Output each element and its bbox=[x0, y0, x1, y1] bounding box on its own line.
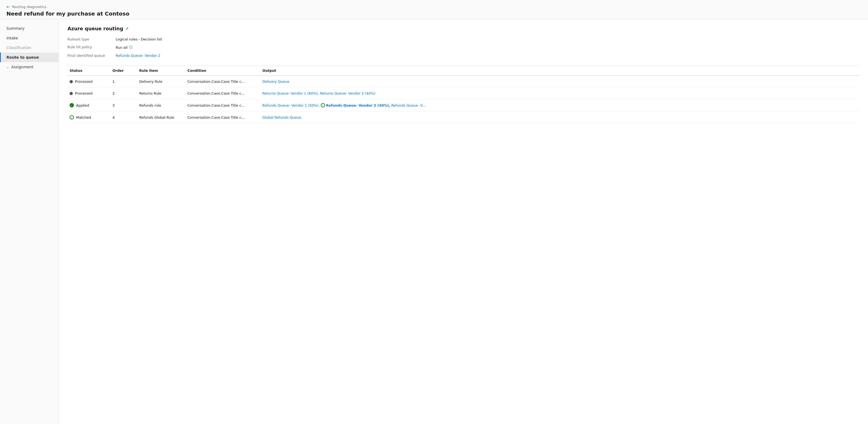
sidebar-item-summary[interactable]: Summary bbox=[0, 24, 59, 33]
row3-rule-item: Refunds rule bbox=[137, 103, 185, 108]
sidebar-item-route-to-queue[interactable]: Route to queue bbox=[0, 53, 59, 62]
sidebar: Summary Intake Classification Route to q… bbox=[0, 19, 59, 424]
sidebar-item-intake-label: Intake bbox=[6, 36, 18, 40]
row3-condition: Conversation.Case.Case Title c... bbox=[185, 103, 260, 108]
table-header: Status Order Rule item Condition Output bbox=[67, 66, 860, 76]
sidebar-item-assignment-label: Assignment bbox=[11, 65, 33, 69]
row1-condition: Conversation.Case.Case Title c... bbox=[185, 80, 260, 84]
routing-table: Status Order Rule item Condition Output … bbox=[67, 66, 860, 123]
row2-order: 2 bbox=[110, 91, 137, 95]
row2-output-link1[interactable]: Returns Queue- Vendor 1 (60%), bbox=[262, 91, 319, 95]
rule-hit-policy-value: Run all ⓘ bbox=[116, 44, 860, 50]
row1-status-label: Processed bbox=[75, 80, 93, 84]
table-row: Processed 1 Delivery Rule Conversation.C… bbox=[67, 76, 860, 88]
breadcrumb-text: Routing diagnostics bbox=[12, 5, 46, 9]
row4-condition: Conversation.Case.Case Title c... bbox=[185, 116, 260, 119]
chevron-down-icon: ⌄ bbox=[6, 65, 9, 69]
info-icon[interactable]: ⓘ bbox=[129, 45, 132, 50]
rule-hit-policy-text: Run all bbox=[116, 46, 127, 50]
metadata-grid: Ruleset type Logical rules - Decision li… bbox=[67, 37, 860, 58]
col-rule-item: Rule item bbox=[137, 68, 185, 72]
col-status: Status bbox=[67, 68, 110, 72]
processed-dot-icon bbox=[70, 80, 73, 83]
processed-dot-icon bbox=[70, 92, 73, 95]
col-order: Order bbox=[110, 68, 137, 72]
matched-check-icon: ✓ bbox=[70, 115, 74, 119]
row1-status: Processed bbox=[67, 80, 110, 84]
final-queue-label: Final identified queue bbox=[67, 53, 116, 58]
row1-order: 1 bbox=[110, 80, 137, 84]
sidebar-item-classification: Classification bbox=[0, 43, 59, 53]
sidebar-item-assignment[interactable]: ⌄ Assignment bbox=[0, 62, 59, 72]
main-layout: Summary Intake Classification Route to q… bbox=[0, 19, 868, 424]
row3-output-link2[interactable]: Refunds Queue- Vendor 2 (30%), bbox=[326, 103, 390, 108]
sidebar-item-classification-label: Classification bbox=[6, 46, 31, 50]
row3-output-check-icon: ✓ bbox=[321, 103, 325, 108]
row4-output-link1[interactable]: Global Refunds Queue bbox=[262, 116, 301, 119]
row4-output: Global Refunds Queue bbox=[260, 116, 860, 119]
row3-output-link3[interactable]: Refunds Queue- V... bbox=[391, 103, 426, 108]
row2-status-label: Processed bbox=[75, 91, 93, 95]
col-condition: Condition bbox=[185, 68, 260, 72]
row1-rule-item: Delivery Rule bbox=[137, 80, 185, 84]
row1-output-link[interactable]: Delivery Queue bbox=[262, 80, 289, 84]
back-button[interactable]: ← bbox=[6, 4, 10, 9]
row2-output-link2[interactable]: Returns Queue- Vendor 2 (40%) bbox=[320, 91, 375, 95]
sidebar-item-route-to-queue-label: Route to queue bbox=[6, 55, 39, 59]
row3-output-link1[interactable]: Refunds Queue- Vendor 1 (50%), bbox=[262, 103, 320, 108]
page-title: Need refund for my purchase at Contoso bbox=[6, 10, 862, 17]
breadcrumb: ← Routing diagnostics bbox=[6, 4, 862, 9]
row3-status: ✓ Applied bbox=[67, 103, 110, 108]
row2-status: Processed bbox=[67, 91, 110, 95]
row4-status: ✓ Matched bbox=[67, 115, 110, 119]
row2-condition: Conversation.Case.Case Title c... bbox=[185, 91, 260, 95]
header: ← Routing diagnostics Need refund for my… bbox=[0, 0, 868, 19]
row4-order: 4 bbox=[110, 116, 137, 119]
row4-rule-item: Refunds Global Rule bbox=[137, 116, 185, 119]
sidebar-item-intake[interactable]: Intake bbox=[0, 33, 59, 43]
table-row: ✓ Applied 3 Refunds rule Conversation.Ca… bbox=[67, 99, 860, 112]
row2-rule-item: Returns Rule bbox=[137, 91, 185, 95]
external-link-icon[interactable]: ↗︎ bbox=[125, 27, 128, 31]
table-row: ✓ Matched 4 Refunds Global Rule Conversa… bbox=[67, 112, 860, 123]
content-area: Azure queue routing ↗︎ Ruleset type Logi… bbox=[59, 19, 868, 424]
col-output: Output bbox=[260, 68, 860, 72]
table-row: Processed 2 Returns Rule Conversation.Ca… bbox=[67, 88, 860, 99]
row2-output: Returns Queue- Vendor 1 (60%), Returns Q… bbox=[260, 91, 860, 95]
section-title: Azure queue routing ↗︎ bbox=[67, 26, 860, 31]
row1-output: Delivery Queue bbox=[260, 80, 860, 84]
row4-status-label: Matched bbox=[76, 116, 91, 119]
final-queue-value[interactable]: Refunds Queue- Vendor 2 bbox=[116, 53, 860, 58]
ruleset-type-value: Logical rules - Decision list bbox=[116, 37, 860, 42]
section-title-text: Azure queue routing bbox=[67, 26, 123, 31]
sidebar-item-summary-label: Summary bbox=[6, 26, 25, 31]
applied-check-icon: ✓ bbox=[70, 103, 74, 108]
rule-hit-policy-label: Rule hit policy bbox=[67, 44, 116, 50]
row3-output: Refunds Queue- Vendor 1 (50%), ✓ Refunds… bbox=[260, 103, 860, 108]
app-container: ← Routing diagnostics Need refund for my… bbox=[0, 0, 868, 424]
row3-status-label: Applied bbox=[76, 103, 89, 108]
row3-order: 3 bbox=[110, 103, 137, 108]
ruleset-type-label: Ruleset type bbox=[67, 37, 116, 42]
